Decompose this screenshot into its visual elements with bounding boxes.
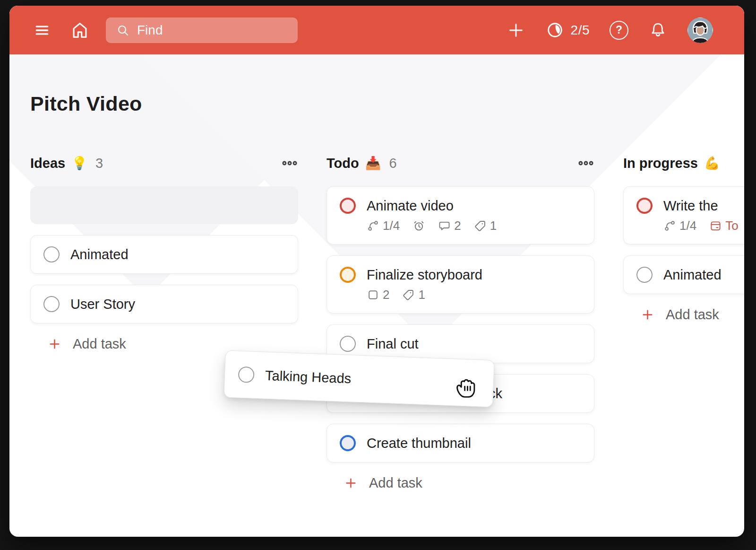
column-count: 3 bbox=[95, 156, 103, 171]
question-mark-icon: ? bbox=[616, 24, 622, 36]
task-card[interactable]: Animated bbox=[623, 255, 744, 294]
add-task-button[interactable]: Add task bbox=[47, 336, 298, 352]
plus-icon bbox=[47, 337, 62, 351]
subtasks-label: 1/4 bbox=[383, 218, 400, 233]
add-button[interactable] bbox=[506, 20, 526, 40]
tag-label: 1 bbox=[490, 218, 497, 233]
reminder-badge bbox=[412, 219, 425, 232]
menu-icon bbox=[281, 155, 298, 172]
column-header: Ideas💡3 bbox=[30, 154, 298, 173]
checklist-icon bbox=[367, 288, 379, 301]
productivity-button[interactable]: 2/5 bbox=[546, 21, 590, 39]
task-card[interactable]: Animated bbox=[30, 235, 298, 274]
tag-badge: 1 bbox=[402, 288, 425, 302]
task-title: Finalize storyboard bbox=[367, 267, 482, 283]
card-meta: 1/421 bbox=[367, 218, 581, 233]
tag-icon bbox=[402, 288, 415, 301]
board-column: Ideas💡3AnimatedUser StoryAdd task bbox=[30, 154, 298, 352]
task-title: Animated bbox=[663, 267, 722, 283]
task-title: Talking Heads bbox=[265, 367, 352, 386]
column-emoji: 💡 bbox=[71, 156, 87, 171]
task-card-main: Animated bbox=[43, 246, 285, 262]
card-meta: 1/4To bbox=[663, 218, 744, 233]
search-input[interactable]: Find bbox=[106, 17, 298, 43]
search-placeholder: Find bbox=[137, 23, 163, 38]
subtasks-label: 1/4 bbox=[679, 218, 696, 233]
task-card-main: User Story bbox=[43, 296, 285, 312]
menu-button[interactable] bbox=[31, 20, 53, 40]
topbar-actions: 2/5 ? bbox=[506, 17, 713, 43]
board-column: In progress💪Write the1/4ToAnimatedAdd ta… bbox=[623, 154, 744, 323]
task-card-main: Animated bbox=[636, 267, 744, 283]
subtasks-badge: 1/4 bbox=[663, 218, 696, 233]
column-title: In progress bbox=[623, 156, 698, 171]
home-button[interactable] bbox=[69, 19, 91, 41]
task-card[interactable]: Write the1/4To bbox=[623, 186, 744, 244]
search-icon bbox=[115, 23, 130, 38]
task-title: Write the bbox=[663, 198, 718, 214]
board: Pitch Video Ideas💡3AnimatedUser StoryAdd… bbox=[9, 54, 744, 537]
add-task-button[interactable]: Add task bbox=[344, 475, 594, 491]
task-checkbox[interactable] bbox=[340, 198, 356, 214]
task-card[interactable]: Create thumbnail bbox=[326, 424, 594, 463]
plus-icon bbox=[506, 20, 526, 40]
column-title: Todo bbox=[326, 156, 359, 171]
task-checkbox[interactable] bbox=[636, 267, 653, 283]
checklist-badge: 2 bbox=[367, 288, 389, 302]
task-card[interactable]: Animate video1/421 bbox=[326, 186, 594, 244]
column-menu-button[interactable] bbox=[577, 155, 594, 172]
topbar: Find 2/5 ? bbox=[9, 6, 744, 54]
help-button[interactable]: ? bbox=[610, 21, 628, 40]
task-checkbox[interactable] bbox=[340, 267, 356, 283]
add-task-button[interactable]: Add task bbox=[640, 307, 744, 323]
menu-icon bbox=[577, 155, 594, 172]
subtasks-badge: 1/4 bbox=[367, 218, 400, 233]
notifications-button[interactable] bbox=[648, 20, 668, 40]
plus-icon bbox=[640, 307, 655, 322]
plus-icon bbox=[344, 476, 358, 490]
column-header: Todo📥6 bbox=[326, 154, 594, 173]
tag-icon bbox=[474, 219, 487, 232]
avatar bbox=[687, 17, 713, 43]
task-card[interactable]: User Story bbox=[30, 285, 298, 323]
column-header: In progress💪 bbox=[623, 154, 744, 173]
task-card-main: Create thumbnail bbox=[340, 435, 581, 451]
task-title: Animate video bbox=[367, 198, 454, 214]
board-column: Todo📥6Animate video1/421Finalize storybo… bbox=[326, 154, 594, 491]
column-title: Ideas bbox=[30, 156, 65, 171]
subtasks-icon bbox=[663, 219, 676, 232]
comments-label: 2 bbox=[454, 218, 461, 233]
comments-badge: 2 bbox=[438, 218, 461, 233]
column-emoji: 💪 bbox=[704, 156, 720, 171]
task-checkbox[interactable] bbox=[238, 367, 255, 383]
task-checkbox[interactable] bbox=[636, 198, 653, 214]
task-card-main: Write the bbox=[636, 198, 744, 214]
productivity-count: 2/5 bbox=[571, 23, 590, 38]
task-checkbox[interactable] bbox=[340, 336, 356, 352]
task-checkbox[interactable] bbox=[340, 435, 356, 451]
grab-cursor-icon bbox=[451, 370, 482, 402]
column-emoji: 📥 bbox=[365, 156, 381, 171]
profile-button[interactable] bbox=[687, 17, 713, 43]
card-meta: 21 bbox=[367, 288, 581, 302]
calendar-badge: To bbox=[709, 218, 738, 233]
card-list: Animate video1/421Finalize storyboard21F… bbox=[326, 186, 594, 463]
task-title: Final cut bbox=[367, 336, 419, 352]
tag-label: 1 bbox=[418, 288, 425, 302]
add-task-label: Add task bbox=[73, 336, 126, 352]
task-card-main: Animate video bbox=[340, 198, 581, 214]
task-checkbox[interactable] bbox=[43, 296, 60, 312]
app-window: Find 2/5 ? bbox=[9, 6, 744, 537]
checklist-label: 2 bbox=[383, 288, 389, 302]
task-title: Animated bbox=[70, 247, 129, 262]
task-card-main: Finalize storyboard bbox=[340, 267, 581, 283]
column-count: 6 bbox=[389, 156, 396, 171]
home-icon bbox=[69, 19, 91, 41]
add-task-label: Add task bbox=[666, 307, 719, 323]
task-card[interactable]: Finalize storyboard21 bbox=[326, 255, 594, 314]
column-menu-button[interactable] bbox=[281, 155, 298, 172]
tag-badge: 1 bbox=[474, 218, 497, 233]
calendar-label: To bbox=[725, 218, 738, 233]
task-title: User Story bbox=[70, 297, 135, 312]
task-checkbox[interactable] bbox=[43, 246, 60, 262]
